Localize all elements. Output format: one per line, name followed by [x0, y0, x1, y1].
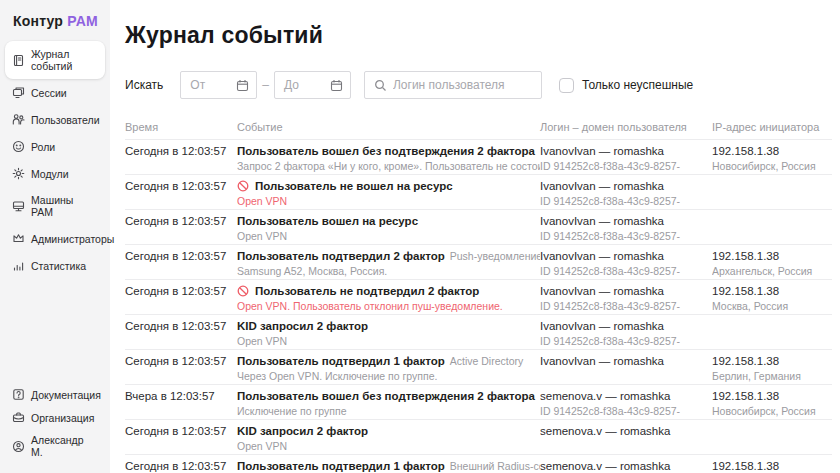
event-time: Сегодня в 12:03:57	[125, 215, 227, 227]
user-login-domain: IvanovIvan — romashka	[540, 215, 702, 228]
sidebar-footer-item-profile[interactable]: Александр М.	[5, 429, 105, 463]
initiator-location: Архангельск, Россия	[712, 265, 822, 277]
table-row[interactable]: Сегодня в 12:03:57 Пользователь вошел на…	[125, 210, 832, 245]
event-title: Пользователь вошел без подтверждения 2 ф…	[237, 390, 535, 403]
event-details: Запрос 2 фактора «Ни у кого, кроме». Пол…	[237, 160, 530, 172]
user-id: ID 914252c8-f38a-43c9-8257-3bbcff7fd5d8	[540, 335, 702, 349]
brand-name: Контур	[13, 13, 63, 29]
event-details: Через Open VPN. Исключение по группе.	[237, 370, 530, 382]
organization-icon	[12, 411, 25, 424]
docs-icon	[12, 388, 25, 401]
event-title-suffix: Active Directory	[450, 355, 524, 367]
sidebar-item-label: Статистика	[31, 260, 86, 272]
events-table: Время Событие Логин – домен пользователя…	[125, 114, 832, 473]
date-from-input[interactable]: От	[180, 71, 257, 99]
login-search-field[interactable]	[364, 71, 542, 99]
sidebar-item-sessions[interactable]: Сессии	[5, 79, 105, 106]
table-row[interactable]: Вчера в 12:03:57 Пользователь вошел без …	[125, 385, 832, 420]
page-title: Журнал событий	[125, 22, 832, 49]
date-to-input[interactable]: До	[274, 71, 351, 99]
event-title: Пользователь подтвердил 1 факторВнешний …	[237, 460, 540, 473]
event-title-suffix: Push-уведомление	[450, 250, 540, 262]
date-range-separator: –	[262, 78, 269, 92]
sidebar-item-label: Александр М.	[31, 434, 98, 458]
sidebar-item-admins[interactable]: Администраторы	[5, 225, 105, 252]
event-title: KID запросил 2 фактор	[237, 425, 368, 438]
user-login-domain: semenova.v — romashka	[540, 425, 702, 438]
column-header-event: Событие	[237, 121, 540, 133]
only-failed-label: Только неуспешные	[582, 78, 693, 92]
users-icon	[12, 113, 25, 126]
column-header-ip: IP-адрес инициатора	[712, 121, 832, 133]
event-details: Open VPN	[237, 335, 530, 347]
sidebar-item-label: Сессии	[31, 87, 67, 99]
event-details: Samsung A52, Москва, Россия.	[237, 265, 530, 277]
event-title-suffix: Внешний Radius-сервер	[450, 460, 540, 472]
sidebar-item-stats[interactable]: Статистика	[5, 252, 105, 279]
user-login-domain: IvanovIvan — romashka	[540, 180, 702, 193]
sidebar-item-label: Организация	[31, 412, 94, 424]
calendar-icon[interactable]	[330, 79, 343, 92]
only-failed-checkbox[interactable]	[559, 78, 574, 93]
event-time: Сегодня в 12:03:57	[125, 320, 227, 332]
user-login-domain: IvanovIvan — romashka	[540, 285, 702, 298]
main-content: Журнал событий Искать От – До	[110, 0, 840, 473]
sidebar-footer-item-docs[interactable]: Документация	[5, 383, 105, 406]
search-icon	[374, 79, 387, 92]
user-id: ID 914252c8-f38a-43c9-8257-3bbcff7fd5d8	[540, 405, 702, 419]
failed-icon	[237, 180, 249, 192]
event-details: Open VPN	[237, 230, 530, 242]
table-row[interactable]: Сегодня в 12:03:57 KID запросил 2 фактор…	[125, 420, 832, 455]
machines-icon	[12, 200, 25, 213]
login-search-input[interactable]	[393, 78, 548, 92]
app-logo: Контур PAM	[0, 0, 110, 41]
date-from-placeholder: От	[190, 78, 236, 92]
initiator-ip: 192.158.1.38	[712, 250, 822, 263]
column-header-login: Логин – домен пользователя	[540, 121, 712, 133]
event-time: Сегодня в 12:03:57	[125, 285, 227, 297]
filters-bar: Искать От – До	[125, 71, 832, 99]
event-title: Пользователь вошел без подтверждения 2 ф…	[237, 145, 535, 158]
sidebar-item-roles[interactable]: Роли	[5, 133, 105, 160]
profile-icon	[12, 440, 25, 453]
table-row[interactable]: Сегодня в 12:03:57 Пользователь подтверд…	[125, 350, 832, 385]
sidebar-item-label: Модули	[31, 168, 69, 180]
table-row[interactable]: Сегодня в 12:03:57 KID запросил 2 фактор…	[125, 315, 832, 350]
event-title: Пользователь подтвердил 1 факторActive D…	[237, 355, 523, 368]
user-id: ID 914252c8-f38a-43c9-8257-3bbcff7fd5d8	[540, 300, 702, 314]
table-row[interactable]: Сегодня в 12:03:57 Пользователь не подтв…	[125, 280, 832, 315]
sidebar-item-label: Машины PAM	[31, 194, 98, 218]
initiator-location: Берлин, Германия	[712, 370, 822, 382]
table-row[interactable]: Сегодня в 12:03:57 Пользователь не вошел…	[125, 175, 832, 210]
modules-icon	[12, 167, 25, 180]
initiator-ip: 192.158.1.38	[712, 145, 822, 158]
sidebar-item-label: Документация	[31, 389, 101, 401]
sidebar-item-label: Журнал событий	[31, 48, 98, 72]
table-row[interactable]: Сегодня в 12:03:57 Пользователь подтверд…	[125, 455, 832, 473]
user-id: ID 914252c8-f38a-43c9-8257-3bbcff7fd5d8	[540, 195, 702, 209]
sidebar-item-label: Пользователи	[31, 114, 100, 126]
initiator-location: Новосибирск, Россия	[712, 405, 822, 417]
sidebar-footer: ДокументацияОрганизацияАлександр М.	[0, 383, 110, 473]
event-time: Сегодня в 12:03:57	[125, 425, 227, 437]
sidebar-item-journal[interactable]: Журнал событий	[5, 41, 105, 79]
brand-product: PAM	[67, 13, 98, 29]
user-id: ID 914252c8-f38a-43c9-8257-3bbcff7fd5d8	[540, 265, 702, 279]
calendar-icon[interactable]	[236, 79, 249, 92]
sidebar-item-modules[interactable]: Модули	[5, 160, 105, 187]
journal-icon	[12, 54, 25, 67]
sidebar-item-machines[interactable]: Машины PAM	[5, 187, 105, 225]
event-time: Вчера в 12:03:57	[125, 390, 227, 402]
initiator-location: Москва, Россия	[712, 300, 822, 312]
table-body: Сегодня в 12:03:57 Пользователь вошел бе…	[125, 140, 832, 473]
table-row[interactable]: Сегодня в 12:03:57 Пользователь вошел бе…	[125, 140, 832, 175]
sidebar-item-users[interactable]: Пользователи	[5, 106, 105, 133]
event-details: Open VPN	[237, 195, 530, 207]
only-failed-filter[interactable]: Только неуспешные	[559, 78, 693, 93]
table-row[interactable]: Сегодня в 12:03:57 Пользователь подтверд…	[125, 245, 832, 280]
event-time: Сегодня в 12:03:57	[125, 355, 227, 367]
user-login-domain: semenova.v — romashka	[540, 460, 702, 473]
failed-icon	[237, 285, 249, 297]
sidebar-footer-item-organization[interactable]: Организация	[5, 406, 105, 429]
roles-icon	[12, 140, 25, 153]
